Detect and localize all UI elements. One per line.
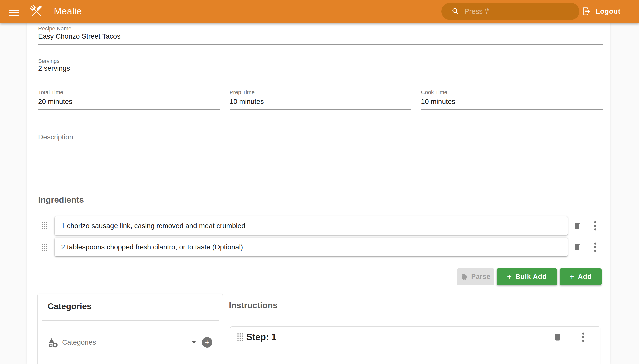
cook-time-field: Cook Time (421, 89, 603, 106)
logout-button[interactable]: Logout (582, 0, 620, 23)
trash-icon (573, 243, 581, 251)
categories-select[interactable]: Categories + (48, 335, 212, 350)
plus-icon: + (507, 273, 512, 281)
total-time-input[interactable] (38, 98, 220, 106)
ingredients-heading: Ingredients (38, 195, 84, 205)
parse-button[interactable]: Parse (457, 268, 495, 285)
delete-ingredient-button[interactable] (572, 242, 583, 252)
chevron-down-icon[interactable] (192, 341, 196, 344)
prep-time-input[interactable] (230, 98, 411, 106)
servings-label: Servings (38, 58, 60, 64)
drag-handle-icon[interactable] (41, 243, 47, 251)
ingredient-input-card (55, 216, 568, 235)
prep-time-underline (230, 109, 411, 110)
prep-time-field: Prep Time (230, 89, 411, 106)
plus-icon: + (205, 338, 210, 347)
categories-divider (42, 320, 219, 320)
description-underline (38, 186, 603, 186)
cook-time-underline (421, 109, 603, 110)
menu-icon[interactable] (9, 10, 19, 16)
ingredient-menu-button[interactable] (590, 242, 600, 252)
categories-card: Categories Categories + (38, 294, 223, 364)
instructions-heading: Instructions (229, 300, 278, 310)
recipe-name-label: Recipe Name (38, 26, 71, 32)
step-title: Step: 1 (246, 332, 552, 342)
total-time-label: Total Time (38, 89, 220, 96)
ingredient-input-card (55, 238, 568, 256)
search-bar[interactable] (441, 3, 579, 20)
logout-label: Logout (595, 8, 620, 16)
prep-time-label: Prep Time (230, 89, 411, 96)
trash-icon (573, 222, 581, 230)
shapes-icon (48, 337, 58, 348)
trash-icon (553, 332, 562, 342)
ingredient-input[interactable] (61, 222, 561, 230)
description-label: Description (38, 133, 73, 141)
categories-select-underline (46, 358, 192, 358)
search-input[interactable] (464, 8, 574, 16)
recipe-name-input[interactable] (38, 32, 603, 40)
mealie-logo-icon (28, 3, 45, 20)
bulk-add-label: Bulk Add (515, 273, 547, 281)
kebab-icon (594, 242, 596, 252)
categories-select-label: Categories (62, 338, 192, 346)
apple-icon (461, 273, 468, 280)
step-header: Step: 1 (230, 332, 600, 342)
ingredient-row (38, 216, 603, 235)
kebab-icon (582, 332, 584, 342)
parse-label: Parse (471, 273, 491, 281)
cook-time-input[interactable] (421, 98, 603, 106)
recipe-editor-page: Mealie Logout Recipe Name Servings (0, 0, 639, 364)
cook-time-label: Cook Time (421, 89, 603, 96)
time-fields-row: Total Time Prep Time Cook Time (38, 89, 603, 106)
recipe-form-card: Recipe Name Servings Total Time Prep Tim… (28, 23, 609, 364)
recipe-name-underline (38, 44, 603, 45)
instruction-step-card: Step: 1 Combine crumbled chorizo and chi… (230, 326, 600, 364)
bulk-add-button[interactable]: + Bulk Add (497, 268, 557, 285)
add-ingredient-button[interactable]: + Add (560, 268, 601, 285)
step-menu-button[interactable] (578, 332, 589, 342)
logout-icon (582, 7, 591, 16)
ingredient-input[interactable] (61, 243, 561, 251)
delete-ingredient-button[interactable] (572, 220, 583, 231)
kebab-icon (594, 221, 596, 230)
search-icon (451, 7, 460, 16)
drag-handle-icon[interactable] (41, 222, 47, 230)
servings-input[interactable] (38, 64, 603, 72)
total-time-field: Total Time (38, 89, 220, 106)
description-textarea[interactable] (38, 144, 603, 184)
ingredient-menu-button[interactable] (590, 220, 600, 231)
add-category-button[interactable]: + (202, 337, 212, 348)
delete-step-button[interactable] (552, 332, 563, 342)
plus-icon: + (569, 273, 574, 281)
app-header: Mealie Logout (0, 0, 639, 23)
add-label: Add (578, 273, 592, 281)
servings-underline (38, 75, 603, 75)
total-time-underline (38, 109, 220, 110)
app-title: Mealie (54, 0, 82, 23)
ingredient-row (38, 238, 603, 256)
categories-heading: Categories (48, 302, 92, 311)
drag-handle-icon[interactable] (237, 333, 243, 341)
